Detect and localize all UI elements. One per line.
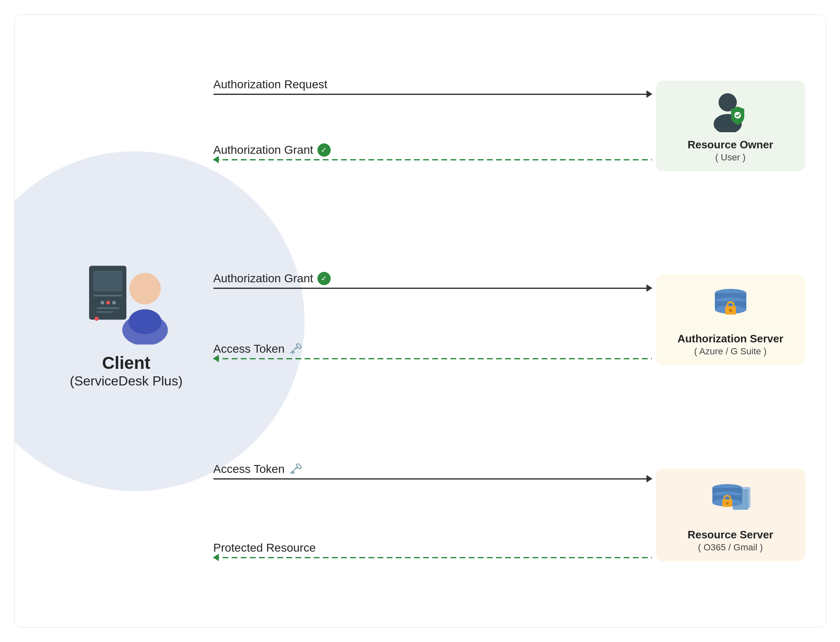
- svg-rect-2: [93, 295, 122, 296]
- svg-rect-3: [101, 301, 104, 304]
- arrow-label-protected-resource: Protected Resource: [213, 541, 316, 555]
- svg-point-14: [734, 112, 741, 119]
- arrow-access-token-2: [213, 478, 652, 480]
- check-icon-2: ✓: [317, 272, 331, 285]
- svg-point-30: [726, 501, 729, 504]
- arrow-access-token-1: [213, 358, 652, 359]
- key-icon-1: 🗝️: [289, 342, 302, 355]
- resource-owner-box: Resource Owner ( User ): [656, 81, 805, 171]
- svg-rect-5: [112, 301, 116, 304]
- auth-server-label: Authorization Server ( Azure / G Suite ): [678, 332, 784, 357]
- key-icon-2: 🗝️: [289, 463, 302, 475]
- svg-rect-1: [93, 271, 122, 291]
- resource-server-box: Resource Server ( O365 / Gmail ): [656, 469, 805, 561]
- svg-point-8: [94, 317, 99, 321]
- auth-server-box: Authorization Server ( Azure / G Suite ): [656, 275, 805, 365]
- diagram-canvas: Client (ServiceDesk Plus) Authorization …: [14, 15, 826, 628]
- client-icon: [81, 253, 172, 344]
- client-label: Client: [102, 353, 150, 373]
- svg-rect-7: [97, 311, 113, 313]
- client-sublabel: (ServiceDesk Plus): [70, 373, 182, 389]
- svg-point-11: [128, 309, 162, 334]
- arrow-label-auth-grant-2: Authorization Grant ✓: [213, 272, 331, 285]
- resource-owner-label: Resource Owner ( User ): [687, 138, 773, 163]
- svg-point-9: [129, 273, 161, 304]
- arrow-label-auth-request: Authorization Request: [213, 78, 328, 91]
- check-icon-1: ✓: [317, 143, 331, 157]
- arrow-label-auth-grant-1: Authorization Grant ✓: [213, 143, 331, 157]
- arrow-protected-resource: [213, 557, 652, 558]
- svg-point-21: [729, 309, 732, 312]
- server-boxes-column: Resource Owner ( User ) Authorization Se…: [656, 36, 805, 607]
- client-area: Client (ServiceDesk Plus): [39, 253, 213, 389]
- resource-server-icon: [706, 479, 755, 522]
- arrow-auth-request: [213, 94, 652, 95]
- arrow-label-access-token-1: Access Token 🗝️: [213, 342, 302, 356]
- arrow-auth-grant-2: [213, 288, 652, 289]
- svg-rect-6: [97, 307, 119, 309]
- resource-server-label: Resource Server ( O365 / Gmail ): [687, 528, 773, 553]
- svg-rect-4: [107, 301, 110, 304]
- resource-owner-icon: [708, 91, 753, 132]
- arrow-label-access-token-2: Access Token 🗝️: [213, 463, 302, 476]
- auth-server-icon: [708, 285, 753, 326]
- arrow-auth-grant-1: [213, 159, 652, 160]
